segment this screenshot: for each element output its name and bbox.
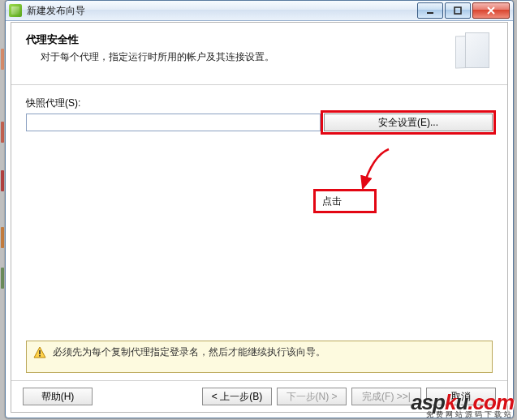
next-button: 下一步(N) > — [277, 388, 347, 405]
annotation-callout: 点击 — [313, 189, 377, 213]
close-button[interactable] — [472, 2, 510, 19]
security-settings-button[interactable]: 安全设置(E)... — [324, 114, 493, 131]
back-button[interactable]: < 上一步(B) — [202, 388, 272, 405]
wm-sub: 免费网站源码下载站 — [411, 411, 514, 418]
warning-icon — [33, 346, 46, 359]
maximize-button[interactable] — [445, 2, 471, 19]
annotation-callout-text: 点击 — [322, 195, 342, 208]
svg-rect-2 — [39, 350, 41, 354]
snapshot-agent-label: 快照代理(S): — [26, 96, 493, 110]
svg-rect-0 — [427, 12, 433, 14]
warning-bar: 必须先为每个复制代理指定登录名，然后才能继续执行该向导。 — [26, 341, 493, 373]
snapshot-agent-input[interactable] — [26, 114, 321, 131]
svg-rect-1 — [455, 7, 461, 14]
client-area: 代理安全性 对于每个代理，指定运行时所用的帐户及其连接设置。 快照代理(S): … — [11, 22, 508, 413]
wizard-body: 快照代理(S): 安全设置(E)... — [11, 85, 507, 131]
help-button[interactable]: 帮助(H) — [23, 388, 93, 405]
wizard-header: 代理安全性 对于每个代理，指定运行时所用的帐户及其连接设置。 — [11, 23, 507, 85]
titlebar: 新建发布向导 — [6, 1, 513, 21]
header-graphic-icon — [452, 32, 493, 71]
warning-text: 必须先为每个复制代理指定登录名，然后才能继续执行该向导。 — [53, 346, 325, 358]
minimize-button[interactable] — [417, 2, 443, 19]
window-title: 新建发布向导 — [27, 4, 416, 18]
page-title: 代理安全性 — [26, 32, 452, 47]
page-subtitle: 对于每个代理，指定运行时所用的帐户及其连接设置。 — [41, 50, 452, 64]
wizard-window: 新建发布向导 代理安全性 对于每个代理，指定运行时所用的帐户及其连接设置。 快照… — [5, 0, 514, 418]
app-icon — [9, 4, 22, 17]
watermark: aspku.com 免费网站源码下载站 — [411, 392, 514, 418]
svg-rect-3 — [39, 355, 41, 357]
